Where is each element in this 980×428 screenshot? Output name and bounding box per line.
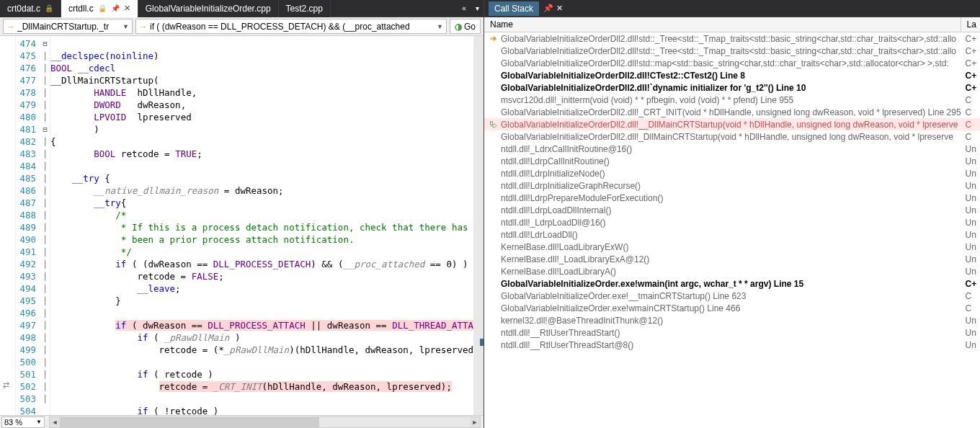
frame-name: ntdll.dll!LdrpPrepareModuleForExecution(… [499,193,961,203]
lock-icon: 🔒 [45,4,53,12]
callstack-row[interactable]: GlobalVariableInitializeOrderDll2.dll!st… [484,45,980,57]
callstack-row[interactable]: GlobalVariableInitializeOrder.exe!wmainC… [484,302,980,314]
pin-icon[interactable]: 📌 [543,4,553,13]
frame-lang: Un [961,193,980,203]
tab-label: GlobalVariableInitializeOrder.cpp [146,4,271,14]
frame-lang: C [961,303,980,313]
scope-icon: → [6,22,14,31]
frame-lang: Un [961,218,980,228]
callstack-row[interactable]: ntdll.dll!LdrpPrepareModuleForExecution(… [484,192,980,204]
col-name[interactable]: Name [484,17,961,32]
callstack-row[interactable]: KernelBase.dll!LoadLibraryA()Un [484,265,980,277]
frame-lang: Un [961,156,980,166]
frame-lang: Un [961,242,980,252]
frame-name: ntdll.dll!LdrpLoadDllInternal() [499,205,961,215]
callstack-row[interactable]: msvcr120d.dll!_initterm(void (void) * * … [484,94,980,106]
callstack-row[interactable]: ntdll.dll!LdrpLoadDllInternal()Un [484,204,980,216]
scroll-right-icon[interactable]: ► [470,417,480,427]
frame-name: GlobalVariableInitializeOrderDll2.dll!__… [499,120,961,130]
tab-menu-icon[interactable]: ▾ [471,4,484,12]
frame-lang: Un [961,316,980,326]
scroll-thumb[interactable] [60,417,319,427]
callstack-row[interactable]: ntdll.dll!_LdrpLoadDll@16()Un [484,216,980,228]
callstack-row[interactable]: ➔GlobalVariableInitializeOrderDll2.dll!s… [484,32,980,45]
nav-bar: →_DllMainCRTStartup._tr▼ →if ( (dwReason… [0,17,484,36]
callstack-row[interactable]: GlobalVariableInitializeOrderDll2.dll!CT… [484,69,980,81]
tab-crt0dat[interactable]: crt0dat.c🔒 [0,0,61,17]
callstack-row[interactable]: GlobalVariableInitializeOrder.exe!__tmai… [484,290,980,302]
nav-fn-text: if ( (dwReason == DLL_PROCESS_DETACH) &&… [150,22,434,32]
zoom-value: 83 % [4,418,22,427]
callstack-row[interactable]: KernelBase.dll!_LoadLibraryExA@12()Un [484,253,980,265]
callstack-body[interactable]: ➔GlobalVariableInitializeOrderDll2.dll!s… [484,32,980,428]
frame-name: KernelBase.dll!_LoadLibraryExA@12() [499,254,961,264]
code-content[interactable]: __declspec(noinline) BOOL __cdecl __DllM… [50,36,473,415]
frame-name: GlobalVariableInitializeOrderDll2.dll!`d… [499,83,961,93]
callstack-row[interactable]: GlobalVariableInitializeOrderDll2.dll!st… [484,57,980,69]
tab-globalvar[interactable]: GlobalVariableInitializeOrder.cpp [138,0,279,17]
go-label: Go [464,22,476,32]
breakpoint-gutter[interactable]: ⇄ [0,36,16,415]
overview-ruler[interactable] [473,36,484,415]
frame-name: ntdll.dll!_LdrpLoadDll@16() [499,218,961,228]
callstack-row[interactable]: GlobalVariableInitializeOrder.exe!wmain(… [484,277,980,290]
go-button[interactable]: ◑Go [450,19,481,34]
horizontal-scrollbar[interactable]: ◄► [49,416,481,428]
tab-prev-icon[interactable]: « [458,4,471,12]
tab-label: crtdll.c [68,4,94,14]
callstack-row[interactable]: kernel32.dll!@BaseThreadInitThunk@12()Un [484,314,980,326]
frame-name: kernel32.dll!@BaseThreadInitThunk@12() [499,316,961,326]
scroll-left-icon[interactable]: ◄ [50,417,60,427]
frame-lang: C+ [961,83,980,93]
frame-name: ntdll.dll!_LdrxCallInitRoutine@16() [499,144,961,154]
callstack-row[interactable]: ntdll.dll!_LdrxCallInitRoutine@16()Un [484,143,980,155]
nav-fn-dropdown[interactable]: →if ( (dwReason == DLL_PROCESS_DETACH) &… [135,19,447,34]
frame-lang: C+ [961,279,980,289]
nav-scope-dropdown[interactable]: →_DllMainCRTStartup._tr▼ [3,19,133,34]
frame-lang: Un [961,340,980,350]
callstack-row[interactable]: ⮱GlobalVariableInitializeOrderDll2.dll!_… [484,118,980,130]
frame-name: ntdll.dll!LdrLoadDll() [499,230,961,240]
chevron-down-icon: ▼ [36,419,42,425]
frame-lang: Un [961,328,980,338]
close-icon[interactable]: ✕ [556,4,563,13]
callstack-pane: Call Stack 📌 ✕ ▾ Name La ➔GlobalVariable… [484,0,980,428]
frame-name: KernelBase.dll!LoadLibraryA() [499,267,961,277]
callstack-title: Call Stack [489,1,539,16]
callstack-row[interactable]: ntdll.dll!__RtlUserThreadStart@8()Un [484,339,980,351]
callstack-row[interactable]: KernelBase.dll!LoadLibraryExW()Un [484,241,980,253]
chevron-down-icon: ▼ [122,23,129,30]
frame-lang: Un [961,144,980,154]
callstack-row[interactable]: ntdll.dll!LdrLoadDll()Un [484,228,980,241]
callstack-row[interactable]: GlobalVariableInitializeOrderDll2.dll!`d… [484,81,980,94]
zoom-dropdown[interactable]: 83 %▼ [1,416,45,428]
callstack-row[interactable]: ntdll.dll!LdrpInitializeGraphRecurse()Un [484,179,980,192]
frame-lang: C [961,95,980,105]
member-icon: → [139,22,147,31]
callstack-row[interactable]: ntdll.dll!LdrpInitializeNode()Un [484,167,980,179]
frame-lang: C [961,132,980,142]
tab-label: Test2.cpp [286,4,323,14]
frame-name: ntdll.dll!__RtlUserThreadStart@8() [499,340,961,350]
frame-name: GlobalVariableInitializeOrderDll2.dll!st… [499,34,961,44]
callstack-row[interactable]: ntdll.dll!__RtlUserThreadStart()Un [484,326,980,339]
frame-name: msvcr120d.dll!_initterm(void (void) * * … [499,95,961,105]
splitter-handle[interactable] [480,339,484,346]
callstack-row[interactable]: GlobalVariableInitializeOrderDll2.dll!_C… [484,106,980,118]
editor-area[interactable]: ⇄ 474 475 476 477 478 479 480 481 482 48… [0,36,484,415]
fold-column[interactable]: ⊟ │ │ │ │ │ │ ⊟ │ │ │ │ │ │ │ │ │ │ │ │ … [40,36,50,415]
pin-icon[interactable]: 📌 [111,4,120,12]
callstack-row[interactable]: ntdll.dll!LdrpCallInitRoutine()Un [484,155,980,167]
frame-name: KernelBase.dll!LoadLibraryExW() [499,242,961,252]
close-icon[interactable]: ✕ [124,4,130,13]
frame-lang: C [961,120,980,130]
go-icon: ◑ [455,22,462,32]
frame-icon: ➔ [486,34,499,43]
frame-lang: C [961,107,980,117]
tab-test2[interactable]: Test2.cpp [279,0,331,17]
tab-crtdll[interactable]: crtdll.c🔒📌✕ [61,0,138,17]
col-lang[interactable]: La [961,17,980,32]
frame-lang: Un [961,267,980,277]
callstack-row[interactable]: GlobalVariableInitializeOrderDll2.dll!_D… [484,130,980,143]
frame-name: GlobalVariableInitializeOrderDll2.dll!_D… [499,132,961,142]
